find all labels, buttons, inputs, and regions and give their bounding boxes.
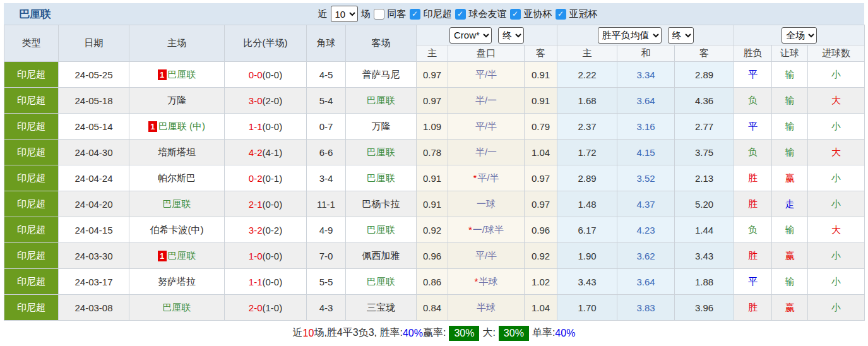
- league-filter-checkbox-2[interactable]: [510, 9, 521, 20]
- date-cell: 24-05-25: [59, 62, 129, 88]
- avg-draw-cell: 3.52: [617, 165, 675, 191]
- date-cell: 24-04-24: [59, 165, 129, 191]
- team-name: 普萨马尼: [362, 69, 400, 80]
- odds-home-cell: 1.09: [417, 114, 448, 140]
- subheader-odds-handicap: 盘口: [448, 45, 525, 62]
- avg-away-cell: 3.96: [675, 295, 734, 321]
- team-name: 巴厘联: [168, 69, 196, 80]
- team-name: 巴厘联: [163, 302, 191, 313]
- handicap-cell: 平/半: [448, 62, 525, 88]
- corners-cell: 0-7: [307, 114, 346, 140]
- avg-away-cell: 2.89: [675, 62, 734, 88]
- score-cell: 3-2(0-2): [225, 217, 307, 243]
- league-cell: 印尼超: [4, 191, 59, 217]
- goals-result-cell: 小: [808, 191, 865, 217]
- avg-time-select[interactable]: 终: [668, 27, 694, 44]
- avg-draw-cell: 3.62: [617, 243, 675, 269]
- team-name: 努萨塔拉: [158, 276, 196, 287]
- table-row: 印尼超24-05-18万隆3-0(2-0)5-4巴厘联0.97半/一0.911.…: [4, 88, 865, 114]
- avg-draw-cell: 4.23: [617, 217, 675, 243]
- corners-cell: 4-5: [307, 62, 346, 88]
- recent-label: 近: [318, 8, 328, 20]
- avg-draw-cell: 3.34: [617, 62, 675, 88]
- avg-away-cell: 3.75: [675, 140, 734, 165]
- matches-table: 类型 日期 主场 比分(半场) 角球 客场 Crow*终 胜平负均值终 全场 主…: [4, 25, 865, 321]
- away-team-cell: 三宝珑: [346, 295, 417, 321]
- date-cell: 24-05-18: [59, 88, 129, 114]
- odds-home-cell: 0.91: [417, 165, 448, 191]
- avg-away-cell: 2.77: [675, 114, 734, 140]
- same-venue-checkbox[interactable]: [374, 9, 384, 20]
- col-header-score: 比分(半场): [225, 25, 307, 62]
- subheader-avg-home: 主: [557, 45, 617, 62]
- corners-cell: 5-4: [307, 88, 346, 114]
- table-row: 印尼超24-03-301巴厘联1-0(0-0)7-0佩西加雅0.96平/半0.9…: [4, 243, 865, 269]
- filter-bar: 近 10 场 同客 印尼超 球会友谊 亚协杯 亚冠杯: [318, 6, 598, 22]
- odds-away-cell: 0.92: [525, 243, 557, 269]
- scope-select-group: 全场: [734, 25, 865, 45]
- odds-time-select[interactable]: 终: [498, 27, 524, 44]
- odds-select-group: Crow*终: [417, 25, 557, 45]
- home-team-cell: 帕尔斯巴: [129, 165, 225, 191]
- date-cell: 24-03-08: [59, 295, 129, 321]
- odds-away-cell: 0.91: [525, 88, 557, 114]
- away-team-cell: 巴厘联: [346, 269, 417, 295]
- odds-away-cell: 0.79: [525, 114, 557, 140]
- team-name: 帕尔斯巴: [158, 172, 196, 183]
- avg-home-cell: 2.22: [557, 62, 617, 88]
- league-cell: 印尼超: [4, 165, 59, 191]
- subheader-goals: 进球数: [808, 45, 865, 62]
- date-cell: 24-04-30: [59, 140, 129, 165]
- score-cell: 1-1(0-0): [225, 114, 307, 140]
- away-team-cell: 万隆: [346, 114, 417, 140]
- corners-cell: 6-6: [307, 140, 346, 165]
- score-cell: 2-1(0-0): [225, 191, 307, 217]
- odds-source-select[interactable]: Crow*: [449, 27, 492, 44]
- page-title: 巴厘联: [19, 7, 51, 21]
- league-filter-checkbox-3[interactable]: [556, 9, 566, 20]
- table-row: 印尼超24-04-24帕尔斯巴0-2(0-1)3-4巴厘联0.91*平/半0.9…: [4, 165, 865, 191]
- league-cell: 印尼超: [4, 217, 59, 243]
- odds-away-cell: 1.02: [525, 269, 557, 295]
- goals-result-cell: 小: [808, 62, 865, 88]
- odds-home-cell: 0.86: [417, 269, 448, 295]
- date-cell: 24-04-15: [59, 217, 129, 243]
- avg-type-select[interactable]: 胜平负均值: [598, 27, 662, 44]
- league-filter-checkbox-1[interactable]: [455, 9, 466, 20]
- match-stats-panel: 巴厘联 近 10 场 同客 印尼超 球会友谊 亚协杯 亚冠杯 类型: [0, 0, 868, 345]
- table-row: 印尼超24-04-30培斯塔坦4-2(4-1)6-6巴厘联0.78半/一1.04…: [4, 140, 865, 165]
- goals-result-cell: 小: [808, 243, 865, 269]
- odds-away-cell: 0.97: [525, 165, 557, 191]
- avg-away-cell: 3.43: [675, 243, 734, 269]
- home-team-cell: 巴厘联: [129, 295, 225, 321]
- away-team-cell: 佩西加雅: [346, 243, 417, 269]
- summary-part: 10: [303, 328, 314, 339]
- scope-select[interactable]: 全场: [782, 27, 817, 44]
- summary-part: 近: [293, 326, 303, 340]
- handicap-result-cell: 走: [772, 191, 808, 217]
- odds-home-cell: 0.97: [417, 62, 448, 88]
- handicap-cell: 半/一: [448, 88, 525, 114]
- table-row: 印尼超24-03-17努萨塔拉1-1(0-0)5-5巴厘联0.86*半球1.02…: [4, 269, 865, 295]
- avg-draw-cell: 3.16: [617, 114, 675, 140]
- league-cell: 印尼超: [4, 140, 59, 165]
- subheader-avg-draw: 和: [617, 45, 675, 62]
- league-filter-checkbox-0[interactable]: [410, 9, 420, 20]
- odds-home-cell: 0.97: [417, 88, 448, 114]
- result-cell: 负: [734, 140, 772, 165]
- col-header-date: 日期: [59, 25, 129, 62]
- summary-part: 大:: [482, 326, 495, 340]
- team-name: 伯希卡波(中): [150, 224, 204, 235]
- corners-cell: 4-3: [307, 295, 346, 321]
- odds-home-cell: 0.92: [417, 217, 448, 243]
- col-header-home: 主场: [129, 25, 225, 62]
- away-team-cell: 巴杨卡拉: [346, 191, 417, 217]
- handicap-result-cell: 输: [772, 62, 808, 88]
- handicap-cell: 平/半: [448, 243, 525, 269]
- recent-count-select[interactable]: 10: [331, 6, 358, 22]
- team-name: 巴厘联: [367, 172, 395, 183]
- league-cell: 印尼超: [4, 269, 59, 295]
- table-row: 印尼超24-05-141巴厘联 (中)1-1(0-0)0-7万隆1.09平/半0…: [4, 114, 865, 140]
- handicap-cell: 一球: [448, 191, 525, 217]
- avg-home-cell: 3.43: [557, 269, 617, 295]
